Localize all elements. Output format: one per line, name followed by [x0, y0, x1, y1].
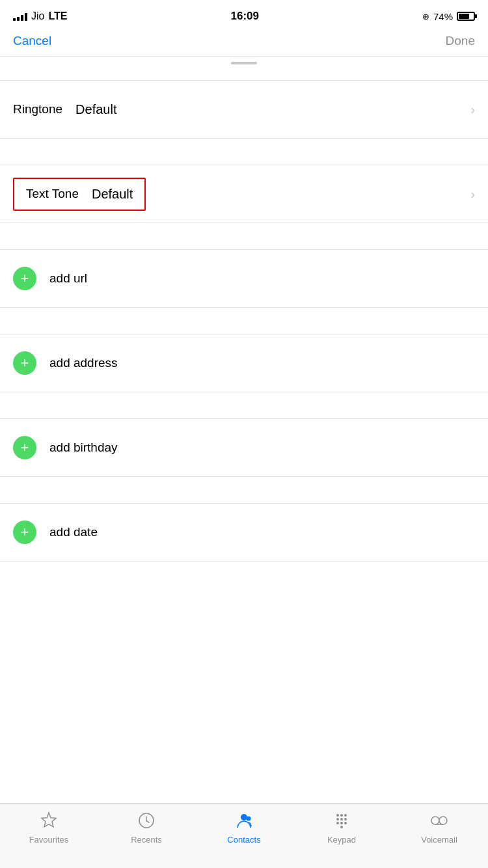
clock-icon: [135, 809, 158, 832]
tab-keypad-label: Keypad: [327, 835, 356, 845]
add-address-row[interactable]: + add address: [0, 334, 488, 392]
svg-point-13: [431, 817, 439, 824]
tab-recents[interactable]: Recents: [114, 809, 179, 845]
svg-point-2: [247, 817, 251, 821]
tab-favourites-label: Favourites: [29, 835, 69, 845]
signal-icon: [13, 12, 27, 21]
svg-point-8: [344, 818, 347, 821]
network-label: LTE: [48, 10, 67, 22]
ringtone-row-content: Ringtone Default: [13, 102, 470, 117]
scroll-indicator: [0, 57, 488, 67]
ringtone-row[interactable]: Ringtone Default ›: [0, 81, 488, 138]
tab-voicemail-label: Voicemail: [421, 835, 457, 845]
add-birthday-label: add birthday: [49, 441, 118, 455]
tab-voicemail[interactable]: Voicemail: [407, 809, 472, 845]
carrier-label: Jio: [31, 10, 44, 22]
svg-point-9: [336, 822, 339, 824]
text-tone-row[interactable]: Text Tone Default ›: [0, 165, 488, 223]
add-date-label: add date: [49, 525, 98, 539]
tab-keypad[interactable]: Keypad: [309, 809, 374, 845]
keypad-icon: [330, 809, 353, 832]
add-birthday-button[interactable]: +: [13, 436, 36, 459]
add-date-row[interactable]: + add date: [0, 504, 488, 561]
svg-point-12: [340, 826, 343, 828]
plus-icon-birthday: +: [21, 441, 29, 455]
add-url-row[interactable]: + add url: [0, 250, 488, 307]
contacts-icon: [232, 809, 256, 832]
ringtone-chevron-icon: ›: [470, 102, 475, 117]
status-right: ⊕ 74%: [422, 11, 475, 22]
tab-bar: Favourites Recents Contacts: [0, 803, 488, 868]
svg-point-10: [340, 822, 343, 824]
text-tone-highlighted-box: Text Tone Default: [13, 178, 146, 211]
status-left: Jio LTE: [13, 10, 67, 22]
add-birthday-row[interactable]: + add birthday: [0, 419, 488, 476]
ringtone-label: Ringtone: [13, 102, 62, 116]
voicemail-icon: [427, 809, 451, 832]
battery-icon: [457, 12, 475, 21]
tab-favourites[interactable]: Favourites: [16, 809, 81, 845]
text-tone-chevron-icon: ›: [470, 187, 475, 202]
battery-percent-label: 74%: [433, 11, 453, 22]
tab-contacts[interactable]: Contacts: [211, 809, 277, 845]
svg-point-1: [241, 814, 247, 821]
add-date-button[interactable]: +: [13, 521, 36, 544]
ringtone-value: Default: [75, 102, 116, 117]
tab-recents-label: Recents: [131, 835, 162, 845]
cancel-button[interactable]: Cancel: [13, 34, 51, 48]
svg-point-11: [344, 822, 347, 824]
lock-icon: ⊕: [422, 12, 429, 21]
divider-bottom-date: [0, 561, 488, 562]
status-bar: Jio LTE 16:09 ⊕ 74%: [0, 0, 488, 29]
svg-point-5: [344, 814, 347, 817]
svg-point-6: [336, 818, 339, 821]
svg-point-7: [340, 818, 343, 821]
add-address-label: add address: [49, 356, 118, 370]
nav-bar: Cancel Done: [0, 29, 488, 57]
done-button[interactable]: Done: [446, 34, 475, 48]
main-content: Ringtone Default › Text Tone Default › +…: [0, 57, 488, 627]
star-icon: [37, 809, 61, 832]
add-url-label: add url: [49, 271, 87, 286]
svg-point-14: [439, 817, 447, 824]
time-label: 16:09: [230, 10, 258, 23]
svg-point-3: [336, 814, 339, 817]
plus-icon: +: [21, 271, 29, 286]
svg-point-4: [340, 814, 343, 817]
add-url-button[interactable]: +: [13, 267, 36, 290]
plus-icon-date: +: [21, 525, 29, 539]
tab-contacts-label: Contacts: [227, 835, 260, 845]
text-tone-label: Text Tone: [26, 187, 79, 201]
plus-icon-address: +: [21, 356, 29, 370]
text-tone-value: Default: [92, 187, 133, 202]
add-address-button[interactable]: +: [13, 351, 36, 375]
